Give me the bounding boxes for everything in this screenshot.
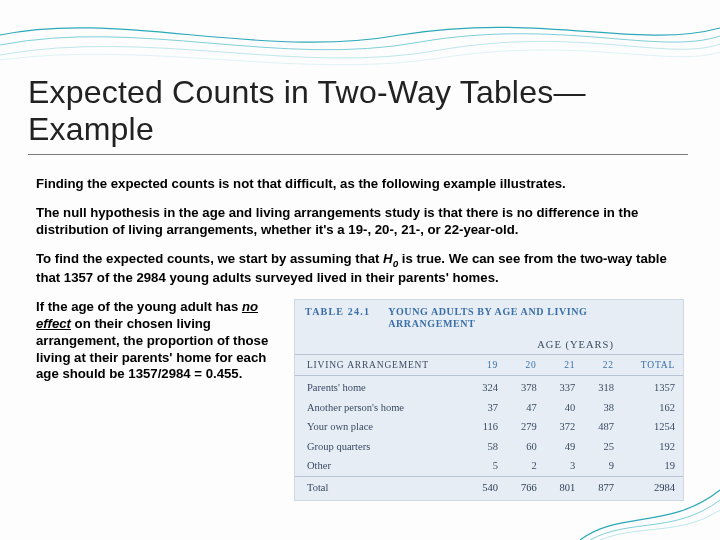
col-20: 20	[506, 355, 545, 376]
table-row: Another person's home37474038162	[295, 398, 683, 417]
cell: 9	[583, 456, 622, 476]
cell: 38	[583, 398, 622, 417]
col-21: 21	[545, 355, 584, 376]
table-label: TABLE 24.1	[305, 306, 370, 331]
row-name: Other	[295, 456, 467, 476]
col-22: 22	[583, 355, 622, 376]
paragraph-3: To find the expected counts, we start by…	[36, 251, 684, 287]
paragraph-2: The null hypothesis in the age and livin…	[36, 205, 684, 239]
cell: 1357	[622, 376, 683, 398]
row-name: Group quarters	[295, 437, 467, 456]
top-wave-decoration	[0, 0, 720, 80]
cell: 58	[467, 437, 506, 456]
row-name: Another person's home	[295, 398, 467, 417]
paragraph-1: Finding the expected counts is not that …	[36, 176, 684, 193]
cell: 49	[545, 437, 584, 456]
cell: 1254	[622, 417, 683, 436]
row-name: Total	[295, 476, 467, 500]
cell: 162	[622, 398, 683, 417]
cell: 279	[506, 417, 545, 436]
cell: 19	[622, 456, 683, 476]
slide-title: Expected Counts in Two-Way Tables—Exampl…	[28, 74, 692, 148]
cell: 372	[545, 417, 584, 436]
cell: 2984	[622, 476, 683, 500]
cell: 487	[583, 417, 622, 436]
cell: 25	[583, 437, 622, 456]
cell: 40	[545, 398, 584, 417]
cell: 877	[583, 476, 622, 500]
col-total: TOTAL	[622, 355, 683, 376]
cell: 378	[506, 376, 545, 398]
cell: 337	[545, 376, 584, 398]
col-19: 19	[467, 355, 506, 376]
cell: 37	[467, 398, 506, 417]
cell: 324	[467, 376, 506, 398]
cell: 540	[467, 476, 506, 500]
cell: 60	[506, 437, 545, 456]
cell: 766	[506, 476, 545, 500]
table-row: Other523919	[295, 456, 683, 476]
paragraph-4: If the age of the young adult has no eff…	[36, 299, 276, 383]
title-underline	[28, 154, 688, 155]
table-total-row: Total5407668018772984	[295, 476, 683, 500]
cell: 2	[506, 456, 545, 476]
cell: 801	[545, 476, 584, 500]
table-title: YOUNG ADULTS BY AGE AND LIVING ARRANGEME…	[388, 306, 673, 331]
cell: 116	[467, 417, 506, 436]
cell: 47	[506, 398, 545, 417]
col-rowhdr: LIVING ARRANGEMENT	[295, 355, 467, 376]
row-name: Your own place	[295, 417, 467, 436]
table-row: Parents' home3243783373181357	[295, 376, 683, 398]
table-row: Your own place1162793724871254	[295, 417, 683, 436]
cell: 192	[622, 437, 683, 456]
table-row: Group quarters58604925192	[295, 437, 683, 456]
data-table: TABLE 24.1 YOUNG ADULTS BY AGE AND LIVIN…	[294, 299, 684, 501]
row-name: Parents' home	[295, 376, 467, 398]
cell: 3	[545, 456, 584, 476]
cell: 5	[467, 456, 506, 476]
age-super-header: AGE (YEARS)	[467, 335, 621, 355]
cell: 318	[583, 376, 622, 398]
